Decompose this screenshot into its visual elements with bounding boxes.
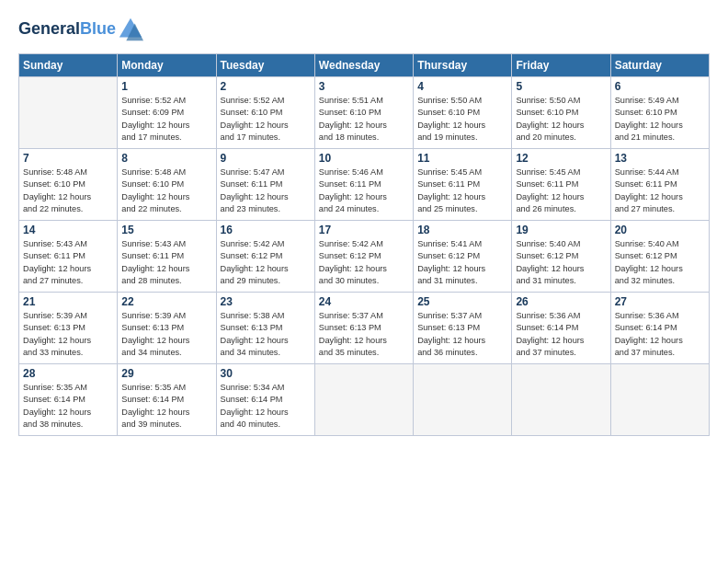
day-number: 2 xyxy=(221,80,311,93)
day-number: 19 xyxy=(516,224,606,236)
day-info: Sunrise: 5:40 AMSunset: 6:12 PMDaylight:… xyxy=(615,238,705,287)
day-number: 14 xyxy=(23,224,113,236)
calendar-cell: 1Sunrise: 5:52 AMSunset: 6:09 PMDaylight… xyxy=(118,77,216,149)
day-info: Sunrise: 5:38 AMSunset: 6:13 PMDaylight:… xyxy=(221,310,311,359)
weekday-header-cell: Wednesday xyxy=(314,54,413,77)
calendar-cell: 7Sunrise: 5:48 AMSunset: 6:10 PMDaylight… xyxy=(19,149,118,221)
day-number: 13 xyxy=(615,152,705,165)
calendar-cell: 27Sunrise: 5:36 AMSunset: 6:14 PMDayligh… xyxy=(610,293,709,364)
day-info: Sunrise: 5:50 AMSunset: 6:10 PMDaylight:… xyxy=(516,95,606,144)
calendar-week-row: 28Sunrise: 5:35 AMSunset: 6:14 PMDayligh… xyxy=(19,364,710,436)
day-info: Sunrise: 5:45 AMSunset: 6:11 PMDaylight:… xyxy=(417,167,507,215)
day-number: 26 xyxy=(516,295,606,308)
calendar-cell: 8Sunrise: 5:48 AMSunset: 6:10 PMDaylight… xyxy=(118,149,216,221)
day-number: 25 xyxy=(417,295,507,308)
calendar-cell: 2Sunrise: 5:52 AMSunset: 6:10 PMDaylight… xyxy=(216,77,314,149)
logo-text: GeneralBlue xyxy=(18,20,116,39)
day-number: 12 xyxy=(516,152,606,165)
day-number: 8 xyxy=(121,152,211,165)
day-info: Sunrise: 5:37 AMSunset: 6:13 PMDaylight:… xyxy=(319,310,409,359)
day-number: 24 xyxy=(319,295,409,308)
weekday-header-cell: Thursday xyxy=(414,54,512,77)
page-container: GeneralBlue SundayMondayTuesdayWednesday… xyxy=(0,0,728,445)
day-info: Sunrise: 5:43 AMSunset: 6:11 PMDaylight:… xyxy=(121,238,211,287)
day-info: Sunrise: 5:52 AMSunset: 6:10 PMDaylight:… xyxy=(221,95,311,144)
day-info: Sunrise: 5:43 AMSunset: 6:11 PMDaylight:… xyxy=(23,238,113,287)
day-number: 10 xyxy=(319,152,409,165)
calendar-cell: 24Sunrise: 5:37 AMSunset: 6:13 PMDayligh… xyxy=(314,293,413,364)
day-info: Sunrise: 5:51 AMSunset: 6:10 PMDaylight:… xyxy=(319,95,409,144)
calendar-cell: 29Sunrise: 5:35 AMSunset: 6:14 PMDayligh… xyxy=(118,364,216,436)
calendar-cell: 17Sunrise: 5:42 AMSunset: 6:12 PMDayligh… xyxy=(314,221,413,293)
calendar-cell: 16Sunrise: 5:42 AMSunset: 6:12 PMDayligh… xyxy=(216,221,314,293)
day-info: Sunrise: 5:39 AMSunset: 6:13 PMDaylight:… xyxy=(121,310,211,359)
calendar-cell: 12Sunrise: 5:45 AMSunset: 6:11 PMDayligh… xyxy=(512,149,610,221)
day-number: 22 xyxy=(121,295,211,308)
weekday-header-cell: Monday xyxy=(118,54,216,77)
day-info: Sunrise: 5:36 AMSunset: 6:14 PMDaylight:… xyxy=(615,310,705,359)
weekday-header-cell: Tuesday xyxy=(216,54,314,77)
calendar-cell: 11Sunrise: 5:45 AMSunset: 6:11 PMDayligh… xyxy=(414,149,512,221)
calendar-cell xyxy=(314,364,413,436)
day-number: 28 xyxy=(23,367,113,380)
day-info: Sunrise: 5:44 AMSunset: 6:11 PMDaylight:… xyxy=(615,167,705,215)
day-number: 27 xyxy=(615,295,705,308)
calendar-cell xyxy=(512,364,610,436)
day-info: Sunrise: 5:41 AMSunset: 6:12 PMDaylight:… xyxy=(417,238,507,287)
day-info: Sunrise: 5:39 AMSunset: 6:13 PMDaylight:… xyxy=(23,310,113,359)
calendar-cell: 19Sunrise: 5:40 AMSunset: 6:12 PMDayligh… xyxy=(512,221,610,293)
calendar-cell: 25Sunrise: 5:37 AMSunset: 6:13 PMDayligh… xyxy=(414,293,512,364)
header: GeneralBlue xyxy=(18,17,710,42)
day-number: 5 xyxy=(516,80,606,93)
day-number: 7 xyxy=(23,152,113,165)
day-number: 1 xyxy=(121,80,211,93)
day-info: Sunrise: 5:42 AMSunset: 6:12 PMDaylight:… xyxy=(319,238,409,287)
day-info: Sunrise: 5:42 AMSunset: 6:12 PMDaylight:… xyxy=(221,238,311,287)
day-number: 29 xyxy=(121,367,211,380)
calendar-week-row: 7Sunrise: 5:48 AMSunset: 6:10 PMDaylight… xyxy=(19,149,710,221)
calendar-week-row: 1Sunrise: 5:52 AMSunset: 6:09 PMDaylight… xyxy=(19,77,710,149)
day-info: Sunrise: 5:36 AMSunset: 6:14 PMDaylight:… xyxy=(516,310,606,359)
calendar-cell: 30Sunrise: 5:34 AMSunset: 6:14 PMDayligh… xyxy=(216,364,314,436)
day-number: 11 xyxy=(417,152,507,165)
day-info: Sunrise: 5:40 AMSunset: 6:12 PMDaylight:… xyxy=(516,238,606,287)
calendar-cell: 13Sunrise: 5:44 AMSunset: 6:11 PMDayligh… xyxy=(610,149,709,221)
calendar-cell: 6Sunrise: 5:49 AMSunset: 6:10 PMDaylight… xyxy=(610,77,709,149)
calendar-cell xyxy=(19,77,118,149)
calendar-cell xyxy=(610,364,709,436)
calendar-table: SundayMondayTuesdayWednesdayThursdayFrid… xyxy=(18,53,710,436)
day-info: Sunrise: 5:50 AMSunset: 6:10 PMDaylight:… xyxy=(417,95,507,144)
weekday-header-cell: Saturday xyxy=(610,54,709,77)
calendar-cell: 18Sunrise: 5:41 AMSunset: 6:12 PMDayligh… xyxy=(414,221,512,293)
day-number: 17 xyxy=(319,224,409,236)
day-info: Sunrise: 5:37 AMSunset: 6:13 PMDaylight:… xyxy=(417,310,507,359)
day-number: 9 xyxy=(221,152,311,165)
calendar-cell: 10Sunrise: 5:46 AMSunset: 6:11 PMDayligh… xyxy=(314,149,413,221)
day-info: Sunrise: 5:47 AMSunset: 6:11 PMDaylight:… xyxy=(221,167,311,215)
calendar-cell: 26Sunrise: 5:36 AMSunset: 6:14 PMDayligh… xyxy=(512,293,610,364)
day-number: 23 xyxy=(221,295,311,308)
calendar-cell: 23Sunrise: 5:38 AMSunset: 6:13 PMDayligh… xyxy=(216,293,314,364)
calendar-week-row: 14Sunrise: 5:43 AMSunset: 6:11 PMDayligh… xyxy=(19,221,710,293)
day-info: Sunrise: 5:35 AMSunset: 6:14 PMDaylight:… xyxy=(121,382,211,431)
weekday-header-cell: Sunday xyxy=(19,54,118,77)
day-info: Sunrise: 5:46 AMSunset: 6:11 PMDaylight:… xyxy=(319,167,409,215)
day-info: Sunrise: 5:52 AMSunset: 6:09 PMDaylight:… xyxy=(121,95,211,144)
day-number: 20 xyxy=(615,224,705,236)
day-number: 15 xyxy=(121,224,211,236)
weekday-header-cell: Friday xyxy=(512,54,610,77)
day-info: Sunrise: 5:45 AMSunset: 6:11 PMDaylight:… xyxy=(516,167,606,215)
day-info: Sunrise: 5:48 AMSunset: 6:10 PMDaylight:… xyxy=(23,167,113,215)
day-info: Sunrise: 5:49 AMSunset: 6:10 PMDaylight:… xyxy=(615,95,705,144)
day-number: 18 xyxy=(417,224,507,236)
calendar-cell: 22Sunrise: 5:39 AMSunset: 6:13 PMDayligh… xyxy=(118,293,216,364)
day-number: 30 xyxy=(221,367,311,380)
calendar-cell: 3Sunrise: 5:51 AMSunset: 6:10 PMDaylight… xyxy=(314,77,413,149)
day-number: 6 xyxy=(615,80,705,93)
calendar-cell: 28Sunrise: 5:35 AMSunset: 6:14 PMDayligh… xyxy=(19,364,118,436)
day-info: Sunrise: 5:48 AMSunset: 6:10 PMDaylight:… xyxy=(121,167,211,215)
calendar-cell: 21Sunrise: 5:39 AMSunset: 6:13 PMDayligh… xyxy=(19,293,118,364)
calendar-cell: 5Sunrise: 5:50 AMSunset: 6:10 PMDaylight… xyxy=(512,77,610,149)
weekday-header-row: SundayMondayTuesdayWednesdayThursdayFrid… xyxy=(19,54,710,77)
day-number: 21 xyxy=(23,295,113,308)
